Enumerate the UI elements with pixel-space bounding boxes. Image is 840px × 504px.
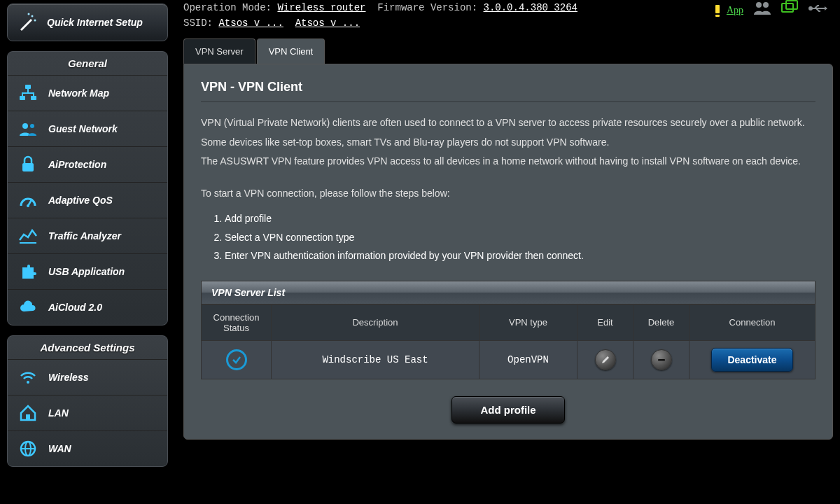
sidebar-item-label: LAN (48, 407, 69, 419)
quick-internet-setup-label: Quick Internet Setup (47, 17, 143, 29)
firmware-label: Firmware Version: (377, 2, 477, 13)
quick-internet-setup[interactable]: Quick Internet Setup (7, 4, 168, 41)
network-map-icon (18, 83, 38, 104)
op-mode-value[interactable]: Wireless router (277, 2, 365, 13)
sidebar-item-usb-application[interactable]: USB Application (8, 253, 167, 289)
svg-point-2 (28, 13, 30, 15)
col-description: Description (272, 304, 479, 340)
col-delete: Delete (634, 304, 690, 340)
general-header: General (8, 52, 167, 75)
puzzle-icon (18, 261, 38, 282)
sidebar-item-wireless[interactable]: Wireless (8, 359, 167, 395)
desc-p3: The ASUSWRT VPN feature provides VPN acc… (201, 153, 816, 170)
svg-point-0 (31, 15, 34, 18)
ssid-label: SSID: (183, 18, 213, 29)
ssid-1[interactable]: Atsos v ... (218, 18, 283, 29)
svg-rect-22 (786, 1, 797, 9)
col-status: Connection Status (202, 304, 272, 340)
server-list-title: VPN Server List (201, 281, 816, 304)
svg-rect-17 (715, 5, 720, 13)
lock-icon (18, 154, 38, 175)
svg-rect-18 (715, 15, 720, 17)
sidebar-item-wan[interactable]: WAN (8, 430, 167, 466)
sidebar-item-label: Adaptive QoS (48, 195, 113, 206)
add-profile-button[interactable]: Add profile (451, 396, 564, 424)
alert-icon (713, 4, 722, 17)
sidebar-item-guest-network[interactable]: Guest Network (8, 111, 167, 146)
sidebar-item-label: Network Map (48, 88, 109, 99)
advanced-header: Advanced Settings (8, 336, 167, 359)
steps-list: Add profile Select a VPN connection type… (225, 209, 816, 265)
svg-marker-25 (825, 6, 827, 10)
sidebar-item-label: WAN (48, 443, 71, 454)
sidebar-item-aiprotection[interactable]: AiProtection (8, 146, 167, 182)
steps-intro: To start a VPN connection, please follow… (201, 186, 816, 202)
delete-button[interactable] (651, 349, 672, 370)
general-section: General Network Map Guest Network AiProt… (7, 51, 168, 326)
cloud-icon (18, 297, 38, 318)
table-row: Windscribe US East OpenVPN (202, 340, 816, 379)
minus-icon (657, 355, 666, 365)
svg-point-10 (27, 204, 29, 207)
divider (201, 102, 816, 102)
svg-rect-13 (26, 414, 30, 420)
sidebar-item-label: Guest Network (48, 123, 118, 134)
pencil-icon (601, 355, 610, 365)
home-icon (18, 402, 38, 424)
display-icon[interactable] (781, 0, 798, 20)
sidebar-item-network-map[interactable]: Network Map (8, 75, 167, 111)
wifi-icon (18, 367, 38, 388)
svg-point-1 (34, 20, 36, 22)
col-edit: Edit (578, 304, 634, 340)
globe-icon (18, 438, 38, 459)
step-3: Enter VPN authentication information pro… (225, 246, 816, 265)
sidebar-item-label: USB Application (48, 266, 125, 277)
col-connection: Connection (690, 304, 816, 340)
advanced-section: Advanced Settings Wireless LAN WAN (7, 335, 168, 467)
server-list-table: Connection Status Description VPN type E… (201, 304, 816, 379)
tab-vpn-server[interactable]: VPN Server (183, 38, 255, 64)
op-mode-label: Operation Mode: (183, 2, 272, 13)
content-panel: VPN - VPN Client VPN (Virtual Private Ne… (183, 64, 833, 440)
svg-rect-5 (31, 96, 36, 100)
sidebar-item-label: AiProtection (48, 159, 106, 170)
app-label: App (727, 3, 743, 18)
sidebar-item-aicloud[interactable]: AiCloud 2.0 (8, 289, 167, 325)
app-link[interactable]: App (713, 3, 743, 18)
svg-point-20 (763, 2, 769, 8)
desc-p1: VPN (Virtual Private Network) clients ar… (201, 115, 816, 132)
desc-p2: Some devices like set-top boxes, smart T… (201, 134, 816, 151)
gauge-icon (18, 190, 38, 211)
sidebar-item-label: Traffic Analyzer (48, 230, 121, 241)
deactivate-button[interactable]: Deactivate (711, 348, 792, 372)
svg-rect-4 (20, 96, 25, 100)
svg-rect-26 (658, 359, 665, 361)
tabs: VPN Server VPN Client (183, 38, 833, 64)
step-1: Add profile (225, 209, 816, 228)
header-info: Operation Mode: Wireless router Firmware… (183, 0, 833, 31)
row-vpn-type: OpenVPN (479, 340, 578, 379)
magic-wand-icon (16, 11, 38, 34)
svg-point-12 (27, 381, 29, 384)
firmware-value[interactable]: 3.0.0.4.380_3264 (484, 2, 578, 13)
sidebar-item-adaptive-qos[interactable]: Adaptive QoS (8, 182, 167, 218)
usb-icon[interactable] (808, 3, 827, 18)
guest-network-icon (18, 118, 38, 139)
status-connected-icon (226, 349, 247, 370)
row-description: Windscribe US East (272, 340, 479, 379)
users-icon[interactable] (753, 0, 771, 20)
svg-point-7 (30, 124, 34, 128)
chart-icon (18, 225, 38, 246)
svg-rect-8 (22, 163, 34, 172)
sidebar-item-traffic-analyzer[interactable]: Traffic Analyzer (8, 218, 167, 253)
sidebar-item-lan[interactable]: LAN (8, 395, 167, 430)
svg-point-19 (756, 2, 762, 8)
step-2: Select a VPN connection type (225, 228, 816, 247)
svg-point-6 (22, 123, 28, 129)
sidebar-item-label: Wireless (48, 372, 88, 383)
tab-vpn-client[interactable]: VPN Client (257, 38, 326, 64)
svg-rect-3 (25, 85, 31, 89)
edit-button[interactable] (595, 349, 616, 370)
ssid-2[interactable]: Atsos v ... (295, 18, 360, 29)
svg-rect-21 (782, 4, 793, 12)
